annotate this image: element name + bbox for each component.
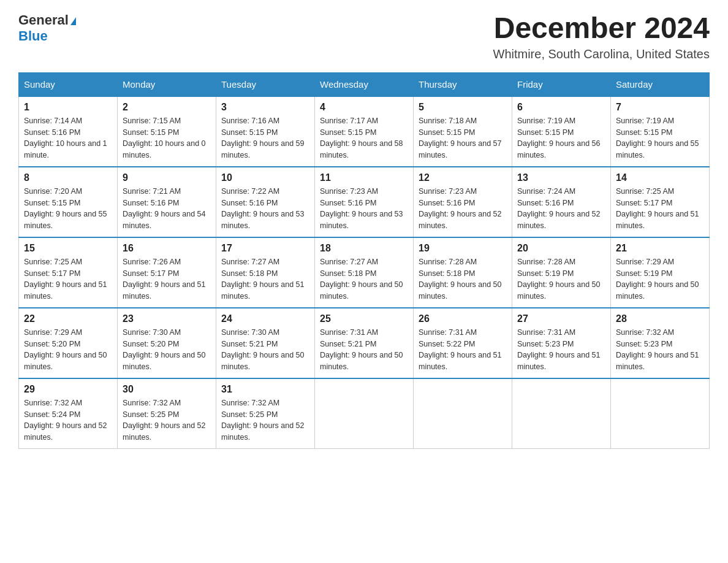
day-info: Sunrise: 7:29 AMSunset: 5:19 PMDaylight:… [616, 256, 704, 302]
header-row: Sunday Monday Tuesday Wednesday Thursday… [19, 72, 710, 96]
calendar-week-5: 29Sunrise: 7:32 AMSunset: 5:24 PMDayligh… [19, 378, 710, 449]
day-info: Sunrise: 7:17 AMSunset: 5:15 PMDaylight:… [320, 115, 408, 161]
day-info: Sunrise: 7:28 AMSunset: 5:19 PMDaylight:… [517, 256, 605, 302]
calendar-cell: 14Sunrise: 7:25 AMSunset: 5:17 PMDayligh… [611, 167, 710, 237]
day-info: Sunrise: 7:28 AMSunset: 5:18 PMDaylight:… [419, 256, 507, 302]
calendar-cell: 7Sunrise: 7:19 AMSunset: 5:15 PMDaylight… [611, 96, 710, 167]
calendar-cell [414, 378, 512, 449]
day-number: 15 [24, 243, 112, 254]
day-info: Sunrise: 7:26 AMSunset: 5:17 PMDaylight:… [123, 256, 211, 302]
calendar-cell: 17Sunrise: 7:27 AMSunset: 5:18 PMDayligh… [216, 237, 315, 308]
day-number: 20 [517, 243, 605, 254]
calendar-cell: 8Sunrise: 7:20 AMSunset: 5:15 PMDaylight… [19, 167, 118, 237]
day-number: 27 [517, 313, 605, 324]
calendar-week-4: 22Sunrise: 7:29 AMSunset: 5:20 PMDayligh… [19, 308, 710, 378]
calendar-cell [611, 378, 710, 449]
day-info: Sunrise: 7:27 AMSunset: 5:18 PMDaylight:… [221, 256, 309, 302]
header-friday: Friday [512, 72, 611, 96]
day-number: 31 [221, 384, 309, 395]
day-info: Sunrise: 7:32 AMSunset: 5:23 PMDaylight:… [616, 327, 704, 373]
day-number: 25 [320, 313, 408, 324]
calendar-cell: 1Sunrise: 7:14 AMSunset: 5:16 PMDaylight… [19, 96, 118, 167]
header-saturday: Saturday [611, 72, 710, 96]
location-title: Whitmire, South Carolina, United States [493, 47, 710, 61]
day-info: Sunrise: 7:20 AMSunset: 5:15 PMDaylight:… [24, 186, 112, 232]
page-header: General Blue December 2024 Whitmire, Sou… [18, 12, 710, 61]
calendar-cell: 16Sunrise: 7:26 AMSunset: 5:17 PMDayligh… [118, 237, 216, 308]
calendar-cell: 28Sunrise: 7:32 AMSunset: 5:23 PMDayligh… [611, 308, 710, 378]
calendar-cell: 25Sunrise: 7:31 AMSunset: 5:21 PMDayligh… [315, 308, 414, 378]
day-info: Sunrise: 7:23 AMSunset: 5:16 PMDaylight:… [419, 186, 507, 232]
calendar-cell: 10Sunrise: 7:22 AMSunset: 5:16 PMDayligh… [216, 167, 315, 237]
day-number: 18 [320, 243, 408, 254]
day-info: Sunrise: 7:14 AMSunset: 5:16 PMDaylight:… [24, 115, 112, 161]
calendar-cell: 27Sunrise: 7:31 AMSunset: 5:23 PMDayligh… [512, 308, 611, 378]
header-tuesday: Tuesday [216, 72, 315, 96]
calendar-cell: 6Sunrise: 7:19 AMSunset: 5:15 PMDaylight… [512, 96, 611, 167]
calendar-cell: 13Sunrise: 7:24 AMSunset: 5:16 PMDayligh… [512, 167, 611, 237]
day-info: Sunrise: 7:25 AMSunset: 5:17 PMDaylight:… [24, 256, 112, 302]
logo-blue: Blue [18, 28, 48, 44]
day-number: 16 [123, 243, 211, 254]
header-wednesday: Wednesday [315, 72, 414, 96]
calendar-header: Sunday Monday Tuesday Wednesday Thursday… [19, 72, 710, 96]
day-info: Sunrise: 7:29 AMSunset: 5:20 PMDaylight:… [24, 327, 112, 373]
day-number: 7 [616, 102, 704, 113]
title-area: December 2024 Whitmire, South Carolina, … [493, 12, 710, 61]
calendar-cell: 30Sunrise: 7:32 AMSunset: 5:25 PMDayligh… [118, 378, 216, 449]
day-info: Sunrise: 7:16 AMSunset: 5:15 PMDaylight:… [221, 115, 309, 161]
day-number: 12 [419, 172, 507, 183]
calendar-cell: 19Sunrise: 7:28 AMSunset: 5:18 PMDayligh… [414, 237, 512, 308]
day-info: Sunrise: 7:30 AMSunset: 5:21 PMDaylight:… [221, 327, 309, 373]
day-number: 28 [616, 313, 704, 324]
day-info: Sunrise: 7:31 AMSunset: 5:21 PMDaylight:… [320, 327, 408, 373]
day-number: 30 [123, 384, 211, 395]
day-info: Sunrise: 7:24 AMSunset: 5:16 PMDaylight:… [517, 186, 605, 232]
day-number: 3 [221, 102, 309, 113]
day-info: Sunrise: 7:32 AMSunset: 5:25 PMDaylight:… [123, 397, 211, 443]
day-info: Sunrise: 7:15 AMSunset: 5:15 PMDaylight:… [123, 115, 211, 161]
day-info: Sunrise: 7:30 AMSunset: 5:20 PMDaylight:… [123, 327, 211, 373]
day-info: Sunrise: 7:23 AMSunset: 5:16 PMDaylight:… [320, 186, 408, 232]
day-number: 14 [616, 172, 704, 183]
header-thursday: Thursday [414, 72, 512, 96]
calendar-table: Sunday Monday Tuesday Wednesday Thursday… [18, 72, 710, 449]
day-info: Sunrise: 7:31 AMSunset: 5:22 PMDaylight:… [419, 327, 507, 373]
day-number: 6 [517, 102, 605, 113]
calendar-cell: 4Sunrise: 7:17 AMSunset: 5:15 PMDaylight… [315, 96, 414, 167]
calendar-cell: 12Sunrise: 7:23 AMSunset: 5:16 PMDayligh… [414, 167, 512, 237]
calendar-week-2: 8Sunrise: 7:20 AMSunset: 5:15 PMDaylight… [19, 167, 710, 237]
calendar-cell: 11Sunrise: 7:23 AMSunset: 5:16 PMDayligh… [315, 167, 414, 237]
calendar-cell: 31Sunrise: 7:32 AMSunset: 5:25 PMDayligh… [216, 378, 315, 449]
logo-general: General [18, 12, 76, 28]
day-number: 23 [123, 313, 211, 324]
logo-triangle-icon [70, 17, 76, 25]
calendar-cell: 24Sunrise: 7:30 AMSunset: 5:21 PMDayligh… [216, 308, 315, 378]
calendar-cell: 26Sunrise: 7:31 AMSunset: 5:22 PMDayligh… [414, 308, 512, 378]
day-number: 10 [221, 172, 309, 183]
calendar-cell: 3Sunrise: 7:16 AMSunset: 5:15 PMDaylight… [216, 96, 315, 167]
day-info: Sunrise: 7:21 AMSunset: 5:16 PMDaylight:… [123, 186, 211, 232]
calendar-cell: 21Sunrise: 7:29 AMSunset: 5:19 PMDayligh… [611, 237, 710, 308]
day-number: 17 [221, 243, 309, 254]
calendar-cell: 9Sunrise: 7:21 AMSunset: 5:16 PMDaylight… [118, 167, 216, 237]
day-number: 2 [123, 102, 211, 113]
day-info: Sunrise: 7:19 AMSunset: 5:15 PMDaylight:… [517, 115, 605, 161]
day-number: 8 [24, 172, 112, 183]
calendar-cell [315, 378, 414, 449]
month-title: December 2024 [493, 12, 710, 45]
calendar-week-1: 1Sunrise: 7:14 AMSunset: 5:16 PMDaylight… [19, 96, 710, 167]
calendar-cell: 2Sunrise: 7:15 AMSunset: 5:15 PMDaylight… [118, 96, 216, 167]
day-info: Sunrise: 7:27 AMSunset: 5:18 PMDaylight:… [320, 256, 408, 302]
day-number: 26 [419, 313, 507, 324]
calendar-week-3: 15Sunrise: 7:25 AMSunset: 5:17 PMDayligh… [19, 237, 710, 308]
calendar-cell: 15Sunrise: 7:25 AMSunset: 5:17 PMDayligh… [19, 237, 118, 308]
day-info: Sunrise: 7:22 AMSunset: 5:16 PMDaylight:… [221, 186, 309, 232]
day-number: 29 [24, 384, 112, 395]
header-monday: Monday [118, 72, 216, 96]
day-number: 5 [419, 102, 507, 113]
calendar-cell: 18Sunrise: 7:27 AMSunset: 5:18 PMDayligh… [315, 237, 414, 308]
day-number: 13 [517, 172, 605, 183]
day-number: 21 [616, 243, 704, 254]
calendar-cell: 22Sunrise: 7:29 AMSunset: 5:20 PMDayligh… [19, 308, 118, 378]
